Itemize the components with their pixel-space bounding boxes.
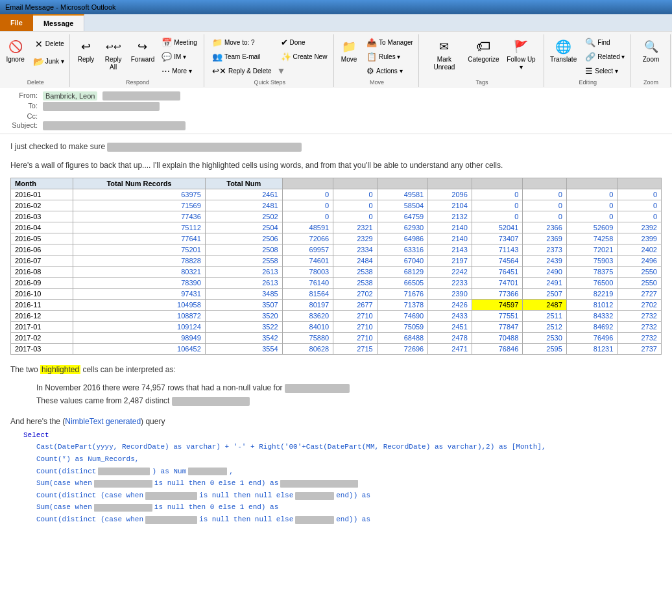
ignore-button[interactable]: 🚫 Ignore: [3, 36, 27, 65]
forward-label: Forward: [131, 56, 155, 64]
ribbon-group-move: 📁 Move 📤 To Manager 📋 Rules ▾ ⚙ Actions …: [335, 34, 418, 87]
moveto-button[interactable]: 📁 Move to: ?: [208, 36, 276, 49]
cell-value: 0: [618, 189, 662, 200]
cell-value: 78390: [73, 277, 206, 288]
cell-value: 0: [566, 200, 618, 211]
junk-label: Junk ▾: [45, 58, 64, 65]
cell-value: 80321: [73, 266, 206, 277]
reply-button[interactable]: ↩ Reply: [74, 36, 97, 65]
cell-value: 2321: [333, 222, 378, 233]
cell-month: 2016-01: [11, 189, 73, 200]
cell-value: 3520: [205, 310, 282, 321]
cell-value: 108872: [73, 310, 206, 321]
cell-value: 0: [523, 211, 567, 222]
delete-buttons: 🚫 Ignore ✕ Delete 📂 Junk ▾: [3, 36, 67, 78]
col-9: [566, 178, 618, 189]
cell-value: 69957: [282, 244, 333, 255]
tab-file[interactable]: File: [0, 14, 33, 31]
query-section: And here's the (NimbleText generated) qu…: [10, 417, 662, 526]
translate-label: Translate: [550, 56, 577, 64]
junk-button[interactable]: 📂 Junk ▾: [29, 53, 68, 70]
cell-value: 78828: [73, 255, 206, 266]
translate-button[interactable]: 🌐 Translate: [547, 36, 580, 65]
cell-value: 2677: [333, 299, 378, 310]
rules-label: Rules ▾: [379, 53, 400, 60]
reply-all-button[interactable]: ↩↩ Reply All: [99, 36, 127, 73]
meeting-button[interactable]: 📅 Meeting: [158, 36, 201, 49]
cell-month: 2017-03: [11, 343, 73, 354]
cell-value: 0: [618, 200, 662, 211]
intro-redacted: [107, 143, 302, 152]
select-button[interactable]: ☰ Select ▾: [581, 64, 629, 78]
table-row: 2016-08803212613780032538681292242764512…: [11, 266, 662, 277]
cell-value: 74597: [472, 299, 523, 310]
select-label: Select ▾: [595, 67, 618, 75]
forward-button[interactable]: ↪ Forward: [129, 36, 156, 65]
cell-value: 0: [472, 189, 523, 200]
cell-value: 77366: [472, 288, 523, 299]
zoom-button[interactable]: 🔍 Zoom: [639, 36, 664, 65]
createnew-button[interactable]: ✨ Create New: [277, 50, 331, 64]
cell-value: 0: [523, 200, 567, 211]
col-total-num: Total Num: [205, 178, 282, 189]
cc-row: Cc:: [5, 112, 667, 121]
markunread-button[interactable]: ✉ Mark Unread: [424, 36, 465, 73]
tab-message[interactable]: Message: [33, 14, 84, 31]
cell-value: 0: [333, 200, 378, 211]
cell-value: 84010: [282, 321, 333, 332]
code-redacted-4: [280, 480, 358, 488]
related-button[interactable]: 🔗 Related ▾: [581, 50, 629, 64]
cell-value: 109124: [73, 321, 206, 332]
teamemail-icon: 👥: [212, 52, 222, 62]
followup-button[interactable]: 🚩 Follow Up ▾: [503, 36, 540, 73]
cell-value: 76140: [282, 277, 333, 288]
delete-button[interactable]: ✕ Delete: [29, 36, 68, 53]
actions-button[interactable]: ⚙ Actions ▾: [363, 64, 417, 78]
tomanager-button[interactable]: 📤 To Manager: [363, 36, 417, 49]
cell-value: 64759: [377, 211, 428, 222]
categorize-button[interactable]: 🏷 Categorize: [466, 36, 501, 65]
col-5: [377, 178, 428, 189]
cell-value: 0: [282, 200, 333, 211]
cell-value: 76500: [566, 277, 618, 288]
categorize-icon: 🏷: [474, 38, 492, 56]
im-button[interactable]: 💬 IM ▾: [158, 50, 201, 64]
cell-value: 2366: [523, 222, 567, 233]
cell-value: 2732: [618, 321, 662, 332]
table-row: 2017-01109124352284010271075059245177847…: [11, 321, 662, 332]
translate-icon: 🌐: [555, 38, 573, 56]
cell-value: 98949: [73, 332, 206, 343]
cell-value: 97431: [73, 288, 206, 299]
reply-label: Reply: [78, 56, 95, 64]
replydelete-button[interactable]: ↩✕ Reply & Delete: [208, 64, 276, 78]
col-8: [523, 178, 567, 189]
cell-value: 84332: [566, 310, 618, 321]
reply-all-icon: ↩↩: [104, 38, 123, 56]
delete-label: Delete: [45, 40, 64, 48]
cell-value: 74564: [472, 255, 523, 266]
more-label: More ▾: [172, 67, 192, 75]
teamemail-button[interactable]: 👥 Team E-mail: [208, 50, 276, 64]
cell-value: 2512: [523, 321, 567, 332]
cell-month: 2016-06: [11, 244, 73, 255]
move-button[interactable]: 📁 Move: [337, 36, 361, 65]
respond-buttons: ↩ Reply ↩↩ Reply All ↪ Forward 📅 Meeting…: [74, 36, 200, 78]
cell-value: 2613: [205, 266, 282, 277]
code-redacted-9: [295, 516, 334, 524]
code-redacted-6: [295, 492, 334, 500]
cell-month: 2016-10: [11, 288, 73, 299]
cell-value: 77551: [472, 310, 523, 321]
quicksteps-expand[interactable]: ▼: [277, 65, 286, 76]
more-button[interactable]: ⋯ More ▾: [158, 64, 201, 78]
cell-value: 2732: [618, 332, 662, 343]
cell-value: 0: [282, 189, 333, 200]
cell-value: 75880: [282, 332, 333, 343]
find-button[interactable]: 🔍 Find: [581, 36, 629, 49]
rules-button[interactable]: 📋 Rules ▾: [363, 50, 417, 64]
cell-month: 2016-09: [11, 277, 73, 288]
done-button[interactable]: ✔ Done: [277, 36, 331, 49]
cell-value: 76496: [566, 332, 618, 343]
cell-value: 52041: [472, 222, 523, 233]
table-row: 2016-04751122504485912321629302140520412…: [11, 222, 662, 233]
rules-icon: 📋: [366, 52, 377, 62]
